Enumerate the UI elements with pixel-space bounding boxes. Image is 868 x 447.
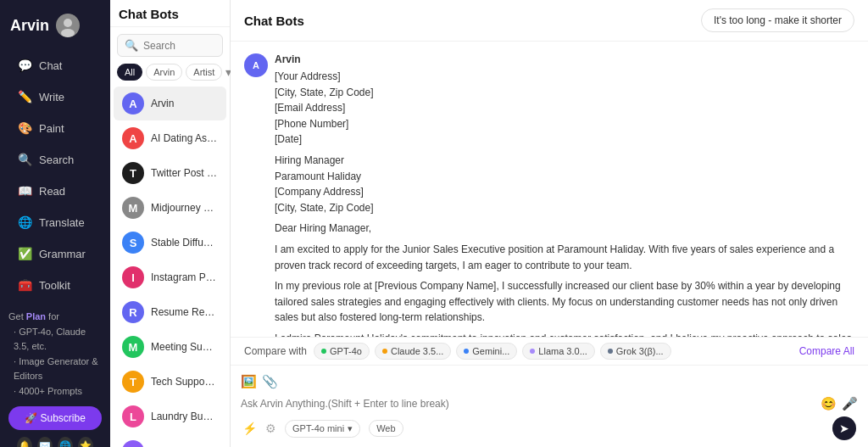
model-dropdown-icon: ▾ <box>348 423 353 434</box>
model-selector[interactable]: GPT-4o mini ▾ <box>285 420 360 438</box>
nav-item-toolkit[interactable]: 🧰Toolkit <box>5 270 105 300</box>
model-chip[interactable]: Llama 3.0... <box>522 343 594 360</box>
bot-avatar-tech-support: T <box>122 371 144 393</box>
message-content: Arvin [Your Address][City, State, Zip Co… <box>275 53 854 337</box>
bot-item-scholarai[interactable]: S ScholarAI <box>114 434 226 447</box>
chip-dot <box>530 349 535 354</box>
left-sidebar: Arvin 💬Chat✏️Write🎨Paint🔍Search📖Read🌐Tra… <box>0 0 110 447</box>
bot-avatar-midjourney: M <box>122 197 144 219</box>
bot-item-arvin[interactable]: A Arvin <box>114 87 226 120</box>
bot-item-laundry[interactable]: L Laundry Buddy <box>114 400 226 433</box>
nav-item-translate[interactable]: 🌐Translate <box>5 207 105 237</box>
input-bar: 🖼️ 📎 😊 🎤 ⚡ ⚙ GPT-4o mini ▾ Web ➤ <box>231 365 868 447</box>
send-button[interactable]: ➤ <box>832 416 856 440</box>
emoji-icon[interactable]: 😊 <box>821 396 837 411</box>
model-chip[interactable]: Grok 3(β)... <box>600 343 671 360</box>
filter-tab-all[interactable]: All <box>117 64 142 81</box>
shorten-button[interactable]: It's too long - make it shorter <box>701 8 854 32</box>
bot-item-midjourney[interactable]: M Midjourney Prompt Ge... <box>114 191 226 225</box>
bot-item-ai-dating[interactable]: A AI Dating Assistant <box>114 121 226 155</box>
chip-label: Gemini... <box>472 346 509 356</box>
chip-dot <box>321 349 326 354</box>
mail-icon[interactable]: ✉️ <box>37 437 53 447</box>
nav-item-chat[interactable]: 💬Chat <box>5 50 105 81</box>
bot-item-stable-diffusion[interactable]: S Stable Diffusion Prom... <box>114 226 226 260</box>
bot-item-twitter[interactable]: T Twitter Post Generator <box>114 156 226 190</box>
chrome-icon[interactable]: 🌐 <box>58 437 73 447</box>
bot-items-container: A Arvin A AI Dating Assistant T Twitter … <box>110 87 230 447</box>
chat-icon: 💬 <box>17 58 32 73</box>
bot-name-stable-diffusion: Stable Diffusion Prom... <box>151 237 218 249</box>
message-text: [Your Address][City, State, Zip Code][Em… <box>275 69 854 337</box>
chip-dot <box>464 349 469 354</box>
bot-item-resume[interactable]: R Resume Revision Assis... <box>114 295 226 329</box>
get-text: Get <box>8 311 24 321</box>
compare-label: Compare with <box>244 345 307 357</box>
plan-link[interactable]: Plan <box>26 311 46 321</box>
chat-input[interactable] <box>241 398 815 410</box>
input-row: 😊 🎤 <box>241 396 858 411</box>
nav-items: 💬Chat✏️Write🎨Paint🔍Search📖Read🌐Translate… <box>0 49 110 301</box>
chat-messages: A Arvin [Your Address][City, State, Zip … <box>231 42 868 337</box>
main-chat-area: Chat Bots It's too long - make it shorte… <box>231 0 868 447</box>
user-avatar[interactable] <box>56 14 80 37</box>
search-input[interactable] <box>143 40 215 52</box>
image-icon[interactable]: 🖼️ <box>241 374 257 389</box>
feature-item: GPT-4o, Claude 3.5, etc. <box>14 325 102 355</box>
nav-item-read[interactable]: 📖Read <box>5 176 105 206</box>
notification-icon[interactable]: 🔔 <box>17 437 32 447</box>
bot-item-instagram[interactable]: I Instagram Post Genera... <box>114 260 226 294</box>
nav-item-grammar[interactable]: ✅Grammar <box>5 238 105 269</box>
bot-avatar-resume: R <box>122 301 144 323</box>
nav-item-search[interactable]: 🔍Search <box>5 144 105 175</box>
compare-all-button[interactable]: Compare All <box>799 345 854 357</box>
bot-name-twitter: Twitter Post Generator <box>151 167 218 179</box>
nav-label-translate: Translate <box>39 216 85 229</box>
filter-tab-artist[interactable]: Artist <box>186 64 222 81</box>
model-chip[interactable]: Claude 3.5... <box>375 343 451 360</box>
web-badge[interactable]: Web <box>369 420 403 437</box>
model-chip[interactable]: Gemini... <box>456 343 517 360</box>
translate-icon: 🌐 <box>17 215 32 230</box>
nav-label-search: Search <box>39 154 74 166</box>
settings-icon[interactable]: ⚙ <box>265 422 276 435</box>
star-icon[interactable]: ⭐ <box>78 437 93 447</box>
bot-avatar-instagram: I <box>122 266 144 288</box>
bot-name-resume: Resume Revision Assis... <box>151 306 218 318</box>
bot-name-instagram: Instagram Post Genera... <box>151 271 218 283</box>
model-chips: GPT-4oClaude 3.5...Gemini...Llama 3.0...… <box>314 343 671 360</box>
model-selector-label: GPT-4o mini <box>292 423 344 433</box>
attach-icon[interactable]: 📎 <box>262 374 278 389</box>
write-icon: ✏️ <box>17 89 32 104</box>
chip-dot <box>382 349 387 354</box>
nav-label-toolkit: Toolkit <box>39 279 70 292</box>
bot-name-midjourney: Midjourney Prompt Ge... <box>151 202 218 214</box>
filter-tabs: AllArvinArtist ▾ <box>110 60 230 86</box>
paint-icon: 🎨 <box>17 120 32 136</box>
compare-bar: Compare with GPT-4oClaude 3.5...Gemini..… <box>231 337 868 365</box>
bot-avatar-meeting: M <box>122 336 144 358</box>
bot-avatar-laundry: L <box>122 405 144 427</box>
chatbot-list-title: Chat Bots <box>110 0 230 27</box>
bot-name-meeting: Meeting Summary Ass... <box>151 341 218 353</box>
bot-item-meeting[interactable]: M Meeting Summary Ass... <box>114 330 226 364</box>
nav-label-chat: Chat <box>39 59 62 72</box>
bot-name-laundry: Laundry Buddy <box>151 411 218 422</box>
subscribe-button[interactable]: 🚀 Subscribe <box>8 406 102 430</box>
feature-list: GPT-4o, Claude 3.5, etc.Image Generator … <box>8 325 102 400</box>
chat-header: Chat Bots It's too long - make it shorte… <box>231 0 868 42</box>
toolkit-icon: 🧰 <box>17 277 32 293</box>
model-chip[interactable]: GPT-4o <box>314 343 370 360</box>
chatbot-list-panel: Chat Bots 🔍 AllArvinArtist ▾ A Arvin A A… <box>110 0 231 447</box>
mic-icon[interactable]: 🎤 <box>842 396 858 411</box>
bot-item-tech-support[interactable]: T Tech Support Advisor <box>114 365 226 399</box>
nav-label-read: Read <box>39 185 65 198</box>
read-icon: 📖 <box>17 183 32 198</box>
format-icon[interactable]: ⚡ <box>242 422 257 435</box>
nav-item-paint[interactable]: 🎨Paint <box>5 113 105 143</box>
search-box[interactable]: 🔍 <box>117 34 223 57</box>
nav-item-write[interactable]: ✏️Write <box>5 81 105 112</box>
feature-item: Image Generator & Editors <box>14 355 102 384</box>
filter-tab-arvin[interactable]: Arvin <box>146 64 182 81</box>
grammar-icon: ✅ <box>17 246 32 261</box>
